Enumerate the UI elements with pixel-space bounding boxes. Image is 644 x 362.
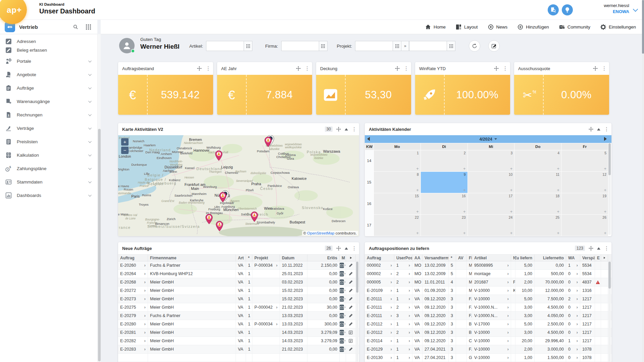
calendar-day-cell[interactable]: 18 +	[514, 193, 561, 214]
column-header[interactable]: Datum	[280, 255, 307, 261]
sidebar-item[interactable]: Dashboards	[0, 189, 97, 202]
kebab-menu-icon[interactable]	[602, 65, 605, 71]
table-row[interactable]: E-20281 Meier GmbH VA 1 14.03.2023 3.279…	[118, 328, 359, 337]
collapse-icon[interactable]	[597, 247, 600, 250]
orders-scrollbar[interactable]	[356, 262, 358, 362]
add-event-button[interactable]: +	[463, 166, 466, 171]
chevron-down-icon[interactable]	[88, 113, 92, 116]
content-scrollbar[interactable]	[97, 34, 101, 362]
row-open-chevron[interactable]	[144, 288, 146, 293]
row-open-chevron[interactable]	[391, 330, 392, 335]
column-header[interactable]: Auftrag	[365, 255, 394, 261]
chevron-down-icon[interactable]	[88, 193, 92, 197]
nav-item[interactable]: Hinzufügen	[517, 24, 549, 30]
table-row[interactable]: E-20111 2 VA 09.12.2020 3 F. V-10000.N..…	[365, 303, 611, 312]
row-open-chevron[interactable]	[144, 330, 146, 335]
row-open-chevron[interactable]	[391, 313, 392, 318]
artikel-open-chevron[interactable]	[507, 297, 509, 301]
note-icon[interactable]	[348, 339, 353, 343]
scrollbar-thumb[interactable]	[98, 129, 101, 361]
edit-dashboard-button[interactable]	[488, 40, 500, 52]
column-header-play-icon[interactable]	[346, 255, 356, 261]
ideas-button[interactable]	[562, 4, 573, 15]
mail-caret-icon[interactable]	[344, 323, 346, 325]
add-event-button[interactable]: +	[604, 230, 606, 236]
row-open-chevron[interactable]	[391, 322, 392, 326]
calendar-day-cell[interactable]: 17 +	[468, 193, 514, 214]
move-icon[interactable]	[197, 66, 202, 71]
table-row[interactable]: E-20260 Fuchs & Partner VA 1 P-000034 10…	[118, 261, 359, 270]
move-icon[interactable]	[336, 127, 341, 132]
calendar-day-cell[interactable]: 22 +	[374, 215, 420, 236]
column-header[interactable]: AV	[456, 255, 467, 261]
firma-input[interactable]	[281, 41, 319, 51]
table-row[interactable]: E-20111 3 VA 09.12.2020 3 F. V-10000.N..…	[365, 312, 611, 320]
projekt-range-button[interactable]	[401, 41, 409, 51]
artikel-open-chevron[interactable]	[507, 263, 509, 268]
projekt-open-chevron[interactable]	[276, 305, 278, 310]
calendar-day-cell[interactable]: 12 +	[561, 172, 608, 193]
chevron-down-icon[interactable]	[88, 86, 92, 89]
move-icon[interactable]	[336, 246, 341, 251]
map-canvas[interactable]: EnglandNorwichCambridgeColchesterLondonB…	[118, 135, 359, 236]
next-month-arrow[interactable]	[604, 137, 607, 141]
openstreetmap-link[interactable]: OpenStreetMap	[307, 231, 334, 235]
nav-item[interactable]: Home	[425, 24, 446, 30]
sidebar-item[interactable]: Kalkulation	[0, 148, 97, 162]
table-row[interactable]: E-20282 Meier GmbH VA 1 14.03.2023 3.279…	[118, 337, 359, 345]
sidebar-item[interactable]: Rechnungen	[0, 108, 97, 121]
edit-pencil-icon[interactable]	[348, 322, 353, 326]
add-event-button[interactable]: +	[510, 209, 513, 214]
column-header[interactable]: Versandtermin	[423, 255, 449, 261]
edit-pencil-icon[interactable]	[348, 305, 353, 310]
table-row[interactable]: E-20280 Meier GmbH VA 1 P-000034 13.03.2…	[118, 320, 359, 328]
column-header[interactable]: M	[340, 255, 346, 261]
wa-open-chevron[interactable]	[577, 305, 578, 310]
map-marker-pin[interactable]	[215, 150, 223, 161]
column-header[interactable]: Liefernetto	[535, 255, 566, 261]
firma-lookup-button[interactable]	[319, 41, 328, 51]
move-icon[interactable]	[494, 66, 499, 71]
calendar-day-cell[interactable]: 24 +	[468, 215, 514, 236]
nav-item[interactable]: Community	[559, 24, 590, 30]
row-open-chevron[interactable]	[144, 263, 146, 268]
edit-pencil-icon[interactable]	[348, 297, 353, 301]
kebab-menu-icon[interactable]	[503, 65, 506, 71]
artikel-open-chevron[interactable]	[507, 322, 509, 326]
chevron-down-icon[interactable]	[88, 140, 92, 143]
artikel-open-chevron[interactable]	[507, 288, 509, 293]
calendar-day-cell[interactable]: 15 +	[374, 193, 420, 214]
wa-open-chevron[interactable]	[577, 330, 578, 335]
add-event-button[interactable]: +	[557, 166, 560, 171]
mail-action-icon[interactable]	[340, 305, 344, 310]
projekt-open-chevron[interactable]	[276, 322, 278, 326]
row-open-chevron[interactable]	[144, 322, 146, 326]
artikel-lookup-button[interactable]	[244, 41, 252, 51]
add-event-button[interactable]: +	[463, 209, 466, 214]
kebab-menu-icon[interactable]	[604, 126, 607, 132]
calendar-scrollbar[interactable]	[608, 143, 611, 235]
table-row[interactable]: 000002 1 MO 13.02.2009 5 M 95008995 5,00…	[365, 261, 611, 270]
pos-open-chevron[interactable]	[409, 297, 410, 301]
projekt-from-input[interactable]	[355, 41, 393, 51]
table-row[interactable]: E-20111 1 VA 09.12.2020 3 F. V-10000 5,0…	[365, 295, 611, 303]
nav-item[interactable]: Layout	[456, 24, 478, 30]
add-event-button[interactable]: +	[463, 230, 466, 236]
table-row[interactable]: E-20275 Meier GmbH VA 1 P-000042 21.02.2…	[118, 303, 359, 312]
artikel-open-chevron[interactable]	[507, 347, 509, 352]
column-header-play-icon[interactable]	[601, 255, 608, 261]
pos-open-chevron[interactable]	[409, 263, 410, 268]
row-open-chevron[interactable]	[391, 339, 392, 343]
sidebar-item[interactable]: Portale	[0, 54, 97, 68]
column-header[interactable]: Erlös	[307, 255, 340, 261]
column-header[interactable]: Verspä	[580, 255, 595, 261]
chevron-down-icon[interactable]	[88, 72, 92, 76]
sidebar-item[interactable]: Stammdaten	[0, 175, 97, 189]
pos-open-chevron[interactable]	[409, 280, 410, 285]
column-header[interactable]: Firmennname	[148, 255, 236, 261]
edit-pencil-icon[interactable]	[348, 288, 353, 293]
row-open-chevron[interactable]	[391, 271, 392, 276]
edit-pencil-icon[interactable]	[348, 271, 353, 276]
artikel-open-chevron[interactable]	[507, 305, 509, 310]
mail-caret-icon[interactable]	[344, 264, 346, 267]
